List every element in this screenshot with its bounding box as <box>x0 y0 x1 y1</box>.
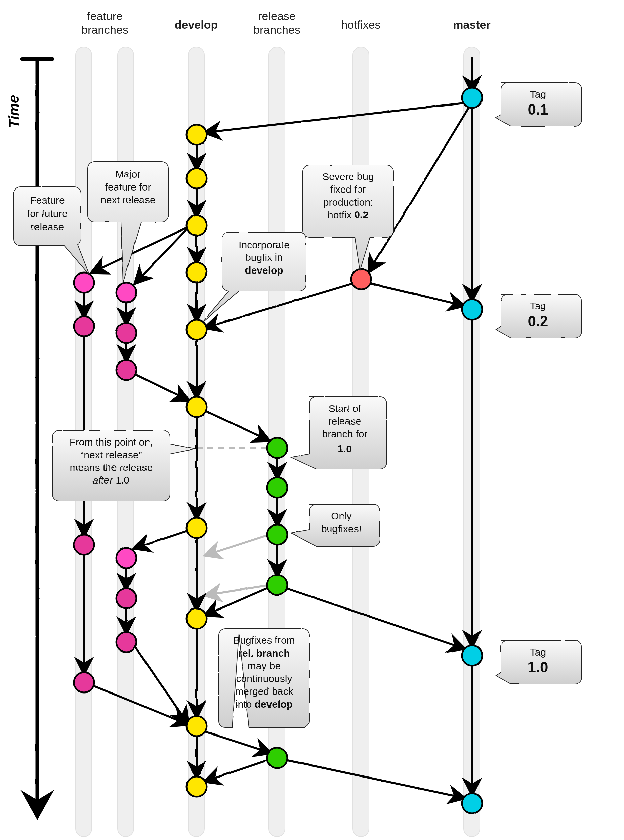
callout-text: Feature <box>29 194 64 205</box>
commit-release <box>267 524 287 544</box>
callout-text: for future <box>27 208 67 219</box>
edge <box>203 731 269 752</box>
tag-value: 1.0 <box>527 659 548 675</box>
commit-develop <box>186 776 206 796</box>
callout-text: Severe bug <box>322 171 373 182</box>
edge <box>133 373 187 399</box>
commit-feature <box>74 316 94 336</box>
edge <box>206 759 269 781</box>
commit-release <box>267 747 287 768</box>
commit-feature <box>74 272 94 292</box>
callout-text: bugfixes! <box>321 523 361 534</box>
callout-text: production: <box>323 196 373 207</box>
callout-text: Start of <box>328 403 361 414</box>
edge <box>93 227 187 272</box>
tag-value: 0.1 <box>527 101 548 117</box>
commit-release <box>267 437 287 458</box>
commit-develop <box>186 716 206 736</box>
edge <box>206 102 472 132</box>
callout-text: continuously <box>236 673 292 684</box>
edge <box>284 759 462 797</box>
commit-master <box>462 793 482 813</box>
callout-text: after 1.0 <box>93 474 129 485</box>
commit-hotfix <box>351 269 371 289</box>
commit-feature <box>116 588 136 608</box>
commit-develop <box>186 168 206 188</box>
lane-master-label: master <box>453 18 491 31</box>
edge <box>91 685 186 723</box>
callout-text: release <box>328 415 361 426</box>
edge <box>284 587 462 648</box>
commit-master <box>462 645 482 665</box>
callout-text: means the release <box>70 462 153 473</box>
callout-text: Incorporate <box>238 239 289 250</box>
callout-text: Major <box>115 168 140 179</box>
commit-develop <box>186 608 206 628</box>
commit-develop <box>186 215 206 235</box>
commit-develop <box>186 262 206 282</box>
lane-hotfix-label: hotfixes <box>341 18 380 31</box>
callout-text: merged back <box>235 686 293 696</box>
lane-release-label-1: release <box>258 10 296 23</box>
edge <box>136 530 187 548</box>
commit-master <box>462 299 482 319</box>
callout-text: hotfix 0.2 <box>327 209 368 220</box>
edge-fade <box>207 585 269 595</box>
callout-text: into develop <box>235 698 292 709</box>
commit-feature <box>116 282 136 303</box>
commit-develop <box>186 319 206 339</box>
commit-release <box>267 574 287 595</box>
edge <box>136 229 187 281</box>
tag-title: Tag <box>530 300 546 311</box>
commit-release <box>267 477 287 497</box>
commit-feature <box>116 360 136 380</box>
edge <box>202 409 267 440</box>
callout-text: Only <box>331 510 352 521</box>
edge-fade <box>207 534 269 554</box>
edge <box>133 644 187 722</box>
callout-text: From this point on, <box>69 436 153 447</box>
callout-text: may be <box>247 660 280 671</box>
commit-feature <box>116 632 136 652</box>
callout-text: next release <box>100 194 155 205</box>
callout-text: “next release” <box>80 449 142 460</box>
lane-develop-label: develop <box>175 18 218 31</box>
callout-text: branch for <box>321 428 367 439</box>
commit-feature <box>74 534 94 554</box>
callout <box>87 161 168 282</box>
commit-develop <box>186 397 206 417</box>
callout-text: rel. branch <box>238 647 289 658</box>
edge <box>369 283 462 305</box>
callout-text: 1.0 <box>337 443 352 454</box>
lane-feature-label-1: feature <box>87 10 123 23</box>
tag-title: Tag <box>530 88 546 99</box>
commit-feature <box>116 548 136 568</box>
callout-text: release <box>31 221 63 232</box>
callout-text: develop <box>245 264 283 275</box>
commit-feature <box>74 672 94 692</box>
edge <box>206 587 268 614</box>
lane-feature-label-2: branches <box>81 23 128 36</box>
callout-text: feature for <box>105 181 151 192</box>
tag-value: 0.2 <box>527 312 548 329</box>
tag-title: Tag <box>530 646 546 657</box>
commit-develop <box>186 517 206 537</box>
callout-text: bugfix in <box>245 252 283 263</box>
commit-master <box>462 87 482 108</box>
commit-develop <box>186 124 206 145</box>
lane-release-label-2: branches <box>253 23 300 36</box>
callout-text: Bugfixes from <box>233 635 294 645</box>
time-axis-label: Time <box>6 95 22 128</box>
callout-text: fixed for <box>330 184 366 195</box>
commit-feature <box>116 323 136 343</box>
